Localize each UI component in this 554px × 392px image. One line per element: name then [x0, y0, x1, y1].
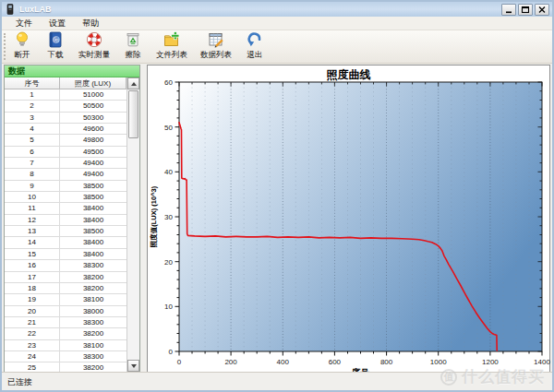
close-button[interactable] [535, 4, 549, 16]
table-row[interactable]: 1338500 [5, 226, 126, 237]
table-row[interactable]: 649500 [5, 147, 126, 158]
scrollbar-track[interactable] [127, 139, 139, 360]
table-row[interactable]: 2538200 [5, 362, 126, 372]
table-row[interactable]: 1838200 [5, 283, 126, 294]
table-row[interactable]: 1738200 [5, 272, 126, 283]
index-cell: 10 [5, 192, 60, 202]
table-row[interactable]: 749400 [5, 158, 126, 169]
table-row[interactable]: 1938100 [5, 294, 126, 305]
scroll-down-button[interactable] [127, 360, 139, 372]
lux-cell: 49600 [60, 124, 126, 134]
realtime-measure-button[interactable]: 实时测量 [75, 30, 114, 62]
menu-help[interactable]: 帮助 [74, 16, 107, 31]
index-cell: 15 [5, 249, 60, 259]
scroll-up-button[interactable] [127, 77, 139, 89]
table-row[interactable]: 151000 [5, 89, 126, 101]
index-cell: 22 [5, 328, 60, 339]
app-window: LuxLAB 文件 设置 帮助 [0, 0, 554, 392]
svg-text:1200: 1200 [482, 358, 499, 366]
lux-cell: 38500 [60, 226, 126, 236]
svg-text:0: 0 [177, 358, 182, 366]
index-cell: 8 [5, 169, 60, 179]
close-icon [537, 6, 547, 14]
table-row[interactable]: 938500 [5, 181, 126, 192]
toolbar-label: 下载 [48, 50, 64, 61]
svg-text:20: 20 [164, 258, 173, 267]
index-cell: 12 [5, 215, 60, 225]
lux-cell: 49400 [60, 158, 126, 168]
file-list-button[interactable]: 文件列表 [152, 30, 191, 62]
svg-text:1000: 1000 [430, 358, 447, 366]
svg-text:200: 200 [224, 358, 237, 366]
table-row[interactable]: 2238200 [5, 328, 126, 339]
toolbar: 断开 @ 下载 实时测量 [2, 30, 552, 64]
table-row[interactable]: 350300 [5, 113, 126, 124]
column-header-index[interactable]: 序号 [5, 77, 60, 89]
table-row[interactable]: 1638300 [5, 260, 126, 271]
lux-cell: 38500 [60, 192, 126, 202]
table-row[interactable]: 1138400 [5, 203, 126, 214]
table-scrollbar[interactable] [126, 77, 139, 372]
index-cell: 9 [5, 181, 60, 191]
menu-settings[interactable]: 设置 [41, 16, 74, 31]
lux-cell: 38100 [60, 294, 126, 304]
erase-button[interactable]: 擦除 [119, 30, 147, 62]
data-table: 序号 照度 (LUX) 1510002505003503004496005498… [5, 77, 126, 372]
toolbar-label: 断开 [15, 50, 30, 61]
lux-cell: 50500 [60, 101, 126, 111]
svg-text:10: 10 [164, 303, 173, 311]
svg-text:1400: 1400 [534, 358, 550, 366]
lux-cell: 38300 [60, 260, 126, 270]
index-cell: 18 [5, 283, 60, 293]
index-cell: 5 [5, 135, 60, 145]
table-row[interactable]: 1438400 [5, 237, 126, 248]
toolbar-label: 擦除 [126, 50, 141, 61]
lux-cell: 51000 [60, 89, 126, 100]
index-cell: 25 [5, 362, 60, 372]
download-button[interactable]: @ 下载 [42, 30, 69, 62]
lux-cell: 38300 [60, 317, 126, 327]
lux-cell: 38400 [60, 203, 126, 213]
table-row[interactable]: 549800 [5, 135, 126, 146]
panel-splitter[interactable] [140, 65, 147, 375]
index-cell: 21 [5, 317, 60, 327]
scroll-up-icon [131, 82, 137, 86]
chart-panel: 照度曲线 01020304050600200400600800100012001… [147, 65, 550, 374]
svg-text:@: @ [53, 36, 59, 42]
index-cell: 11 [5, 203, 60, 213]
scrollbar-thumb[interactable] [128, 90, 138, 138]
lux-cell: 38300 [60, 351, 126, 362]
index-cell: 17 [5, 272, 60, 282]
index-cell: 19 [5, 294, 60, 304]
maximize-button[interactable] [518, 4, 533, 16]
minimize-button[interactable] [501, 4, 516, 16]
index-cell: 23 [5, 340, 60, 350]
disconnect-button[interactable]: 断开 [8, 30, 36, 62]
table-row[interactable]: 1538400 [5, 249, 126, 260]
index-cell: 13 [5, 226, 60, 236]
lux-cell: 38200 [60, 272, 126, 282]
index-cell: 1 [5, 89, 60, 100]
status-bar: 已连接 [2, 372, 552, 390]
table-row[interactable]: 2138300 [5, 317, 126, 328]
bulb-icon [12, 30, 32, 49]
table-row[interactable]: 1038500 [5, 192, 126, 203]
data-list-button[interactable]: 数据列表 [197, 30, 235, 62]
exit-button[interactable]: 退出 [241, 30, 269, 62]
lux-cell: 38200 [60, 283, 126, 293]
menu-file[interactable]: 文件 [7, 16, 41, 31]
column-header-lux[interactable]: 照度 (LUX) [60, 77, 126, 89]
table-row[interactable]: 2438300 [5, 351, 126, 362]
table-row[interactable]: 2338100 [5, 340, 126, 351]
table-row[interactable]: 2038000 [5, 306, 126, 317]
toolbar-label: 退出 [247, 50, 263, 61]
lux-cell: 38400 [60, 249, 126, 259]
index-cell: 20 [5, 306, 60, 316]
table-header-row: 序号 照度 (LUX) [5, 77, 126, 89]
table-row[interactable]: 449600 [5, 124, 126, 135]
index-cell: 24 [5, 351, 60, 362]
table-row[interactable]: 1238400 [5, 215, 126, 226]
toolbar-gripper[interactable] [4, 33, 6, 60]
table-row[interactable]: 849400 [5, 169, 126, 180]
table-row[interactable]: 250500 [5, 101, 126, 112]
